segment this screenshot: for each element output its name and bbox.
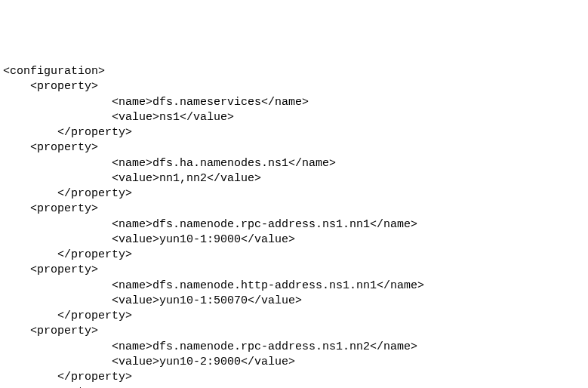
property-name-0: <name>dfs.nameservices</name>: [3, 95, 585, 110]
property-close-tag-3: </property>: [3, 309, 585, 324]
property-name-4: <name>dfs.namenode.rpc-address.ns1.nn2</…: [3, 340, 585, 355]
property-close-tag-1: </property>: [3, 186, 585, 202]
property-name-3: <name>dfs.namenode.http-address.ns1.nn1<…: [3, 279, 585, 294]
property-close-tag-0: </property>: [3, 125, 585, 140]
property-name-2: <name>dfs.namenode.rpc-address.ns1.nn1</…: [3, 217, 585, 232]
property-value-0: <value>ns1</value>: [3, 110, 585, 125]
property-value-2: <value>yun10-1:9000</value>: [3, 232, 585, 248]
property-open-tag-1: <property>: [3, 140, 585, 156]
property-value-3: <value>yun10-1:50070</value>: [3, 294, 585, 309]
property-close-tag-2: </property>: [3, 248, 585, 263]
property-close-tag-4: </property>: [3, 370, 585, 385]
xml-source-code: <configuration> <property> <name>dfs.nam…: [3, 64, 585, 388]
property-name-1: <name>dfs.ha.namenodes.ns1</name>: [3, 156, 585, 171]
configuration-open-tag: <configuration>: [3, 64, 585, 79]
property-value-4: <value>yun10-2:9000</value>: [3, 355, 585, 370]
property-open-tag-5: <property>: [3, 385, 585, 388]
property-open-tag-3: <property>: [3, 263, 585, 278]
property-open-tag-4: <property>: [3, 324, 585, 339]
property-value-1: <value>nn1,nn2</value>: [3, 171, 585, 186]
property-open-tag-2: <property>: [3, 202, 585, 217]
property-open-tag-0: <property>: [3, 79, 585, 94]
